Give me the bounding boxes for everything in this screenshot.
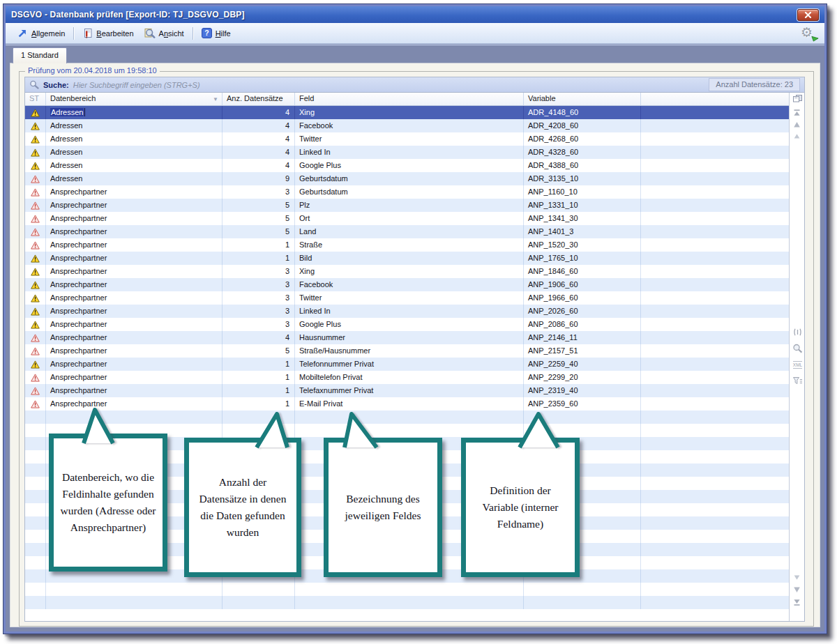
table-row[interactable]: Ansprechpartner5OrtANP_1341_30 [25,212,789,225]
xml-export-icon[interactable]: XML [792,360,803,369]
empty-row [25,437,789,450]
table-row[interactable]: Ansprechpartner1Mobiltelefon PrivatANP_2… [25,371,789,384]
table-row[interactable]: Ansprechpartner4HausnummerANP_2146_11 [25,331,789,344]
grid-header: STDatenbereich▼Anz. DatensätzeFeldVariab… [25,93,789,106]
empty-row [25,463,789,477]
settings-gear-icon[interactable]: ⚙ [801,26,817,41]
scroll-top-icon[interactable] [792,109,801,117]
warning-icon [31,268,40,276]
table-row[interactable]: Adressen4Linked InADR_4328_60 [25,146,789,159]
groupbox-label: Prüfung vom 20.04.2018 um 19:58:10 [25,66,160,75]
warning-icon [31,360,40,369]
diagonal-arrow-icon [17,28,28,38]
warning-icon [31,135,40,144]
view-magnifier-icon [144,28,156,38]
app-window: DSGVO - Datenbank prüfen [Export-ID: TJ_… [3,3,827,634]
alert-icon [31,334,40,342]
tab-standard[interactable]: 1 Standard [13,47,67,63]
empty-row [25,477,789,490]
menubar: AllgemeinBearbeitenAnsicht?Hilfe ⚙ [6,23,824,44]
alert-icon [31,188,40,197]
titlebar: DSGVO - Datenbank prüfen [Export-ID: TJ_… [6,6,824,23]
scroll-page-down-icon[interactable] [792,586,801,593]
empty-row [25,411,789,424]
empty-row [25,490,789,503]
table-row[interactable]: Ansprechpartner3FacebookANP_1906_60 [25,278,789,291]
best-fit-columns-icon[interactable] [792,328,803,337]
table-row[interactable]: Ansprechpartner3XingANP_1846_60 [25,265,789,278]
column-header-variable[interactable]: Variable [524,93,641,105]
grid-rows: Adressen4XingADR_4148_60Adressen4Faceboo… [25,106,789,609]
menu-item-ansicht[interactable]: Ansicht [139,26,189,40]
sort-desc-icon: ▼ [213,96,218,102]
warning-icon [31,281,40,289]
window-title: DSGVO - Datenbank prüfen [Export-ID: TJ_… [11,10,245,20]
table-row[interactable]: Adressen4XingADR_4148_60 [25,106,789,119]
scroll-page-up-icon[interactable] [792,121,801,128]
empty-row [25,596,789,609]
column-chooser-icon[interactable] [792,94,803,103]
grid-search-bar: Suche: Anzahl Datensätze: 23 [25,77,804,93]
alert-icon [31,201,40,210]
table-row[interactable]: Ansprechpartner3TwitterANP_1966_60 [25,291,789,305]
column-header-datenbereich[interactable]: Datenbereich▼ [46,93,223,105]
empty-row [25,543,789,556]
alert-icon [31,387,40,395]
empty-row [25,424,789,437]
close-button[interactable] [797,9,819,21]
table-row[interactable]: Ansprechpartner3GeburtsdatumANP_1160_10 [25,185,789,199]
table-row[interactable]: Ansprechpartner1E-Mail PrivatANP_2359_60 [25,397,789,411]
empty-row [25,503,789,516]
alert-icon [31,215,40,223]
window-body: 1 Standard Prüfung vom 20.04.2018 um 19:… [6,45,824,631]
warning-icon [31,254,40,263]
table-row[interactable]: Ansprechpartner1Telefaxnummer PrivatANP_… [25,384,789,397]
table-row[interactable]: Adressen4Google PlusADR_4388_60 [25,159,789,172]
warning-icon [31,162,40,170]
text-cursor [84,108,85,116]
svg-text:XML: XML [793,362,803,367]
table-row[interactable]: Adressen4TwitterADR_4268_60 [25,132,789,146]
menu-item-allgemein[interactable]: Allgemein [13,26,70,40]
empty-row [25,450,789,463]
table-row[interactable]: Ansprechpartner1StraßeANP_1520_30 [25,238,789,252]
table-row[interactable]: Ansprechpartner3Google PlusANP_2086_60 [25,318,789,331]
scroll-bottom-icon[interactable] [792,598,801,606]
search-icon [29,80,39,89]
search-input[interactable] [73,81,705,89]
record-count-badge: Anzahl Datensätze: 23 [709,78,800,91]
empty-row [25,583,789,596]
warning-icon [31,321,40,329]
table-row[interactable]: Ansprechpartner1Telefonnummer PrivatANP_… [25,358,789,371]
table-row[interactable]: Ansprechpartner5Straße/HausnummerANP_215… [25,344,789,358]
result-grid: Suche: Anzahl Datensätze: 23 STDatenbere… [24,77,805,622]
alert-icon [31,228,40,236]
alert-icon [31,374,40,382]
pruefung-groupbox: Prüfung vom 20.04.2018 um 19:58:10 Suche… [19,71,814,627]
menu-item-bearbeiten[interactable]: Bearbeiten [77,26,138,40]
warning-icon [31,122,40,130]
table-row[interactable]: Ansprechpartner5LandANP_1401_3 [25,225,789,238]
column-header-anzahl[interactable]: Anz. Datensätze [223,93,295,105]
table-row[interactable]: Ansprechpartner1BildANP_1765_10 [25,252,789,265]
empty-row [25,556,789,569]
search-label: Suche: [43,81,69,89]
table-row[interactable]: Adressen9GeburtsdatumADR_3135_10 [25,172,789,185]
grid-nav-rail: XML [789,93,804,621]
column-header-feld[interactable]: Feld [295,93,524,105]
table-row[interactable]: Ansprechpartner5PlzANP_1331_10 [25,199,789,212]
table-row[interactable]: Ansprechpartner3Linked InANP_2026_60 [25,305,789,318]
column-header-st[interactable]: ST [25,93,46,105]
scroll-down-icon[interactable] [792,574,801,581]
column-header-filler [641,93,789,105]
empty-row [25,569,789,583]
menu-item-hilfe[interactable]: ?Hilfe [197,26,236,40]
incremental-search-icon[interactable] [792,344,803,353]
help-icon: ? [202,28,212,38]
menu-separator [193,27,193,40]
filter-icon[interactable] [792,376,803,385]
warning-icon [31,294,40,302]
table-row[interactable]: Adressen4FacebookADR_4208_60 [25,119,789,132]
scroll-up-icon[interactable] [792,133,801,139]
alert-icon [31,400,40,408]
